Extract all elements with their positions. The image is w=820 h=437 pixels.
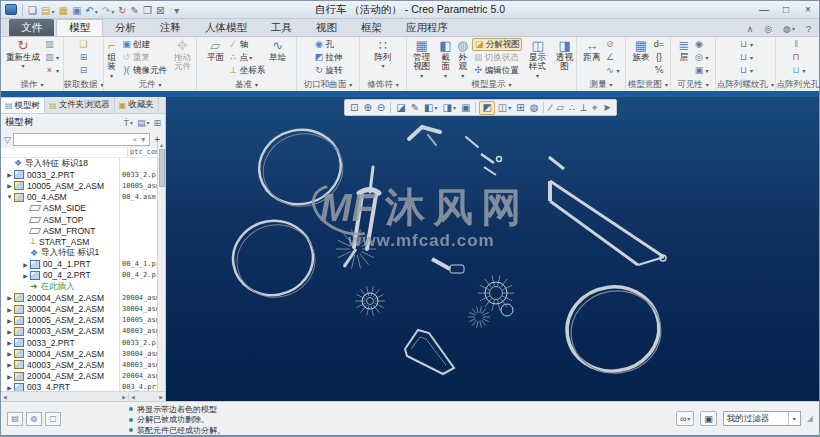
measure-angle-button[interactable]: ∠ — [603, 51, 620, 64]
repaint-button[interactable]: ✎ — [129, 4, 141, 19]
distance-button[interactable]: ↔距离 — [581, 38, 602, 63]
thread-hole-3-button[interactable]: ⊔▾ — [737, 64, 754, 77]
expander-icon[interactable]: ▶ — [5, 306, 14, 313]
group-label-datum[interactable]: 基准▾ — [197, 78, 296, 91]
get-data-2-button[interactable]: ⊞ — [77, 51, 90, 64]
tree-row[interactable]: ▼00_4.ASM00_4.asm — [1, 192, 157, 203]
minimize-button[interactable]: — — [757, 4, 771, 15]
paste-button[interactable]: ▥▾ — [43, 51, 60, 64]
zoom-fit-button[interactable]: ⊡ — [348, 101, 360, 115]
exploded-view-button[interactable]: ◪分解视图 — [472, 38, 522, 51]
tab-annotate[interactable]: 注释 — [148, 19, 193, 36]
navigator-tab-favorites[interactable]: ▣收藏夹 — [115, 97, 159, 113]
tab-manikin[interactable]: 人体模型 — [193, 19, 259, 36]
tree-row[interactable]: ➜在此插入 — [1, 281, 157, 292]
scroll-up-icon[interactable]: ▲ — [159, 142, 164, 148]
expander-icon[interactable]: ▼ — [5, 194, 14, 200]
group-label-modifiers[interactable]: 修饰符▾ — [360, 78, 406, 91]
tree-row[interactable]: ⟂START_ASM — [1, 236, 157, 247]
section-button[interactable]: ◧截面▾ — [437, 38, 453, 78]
tree-row[interactable]: ▶30004_ASM_2.ASM30004_asm — [1, 303, 157, 314]
expander-icon[interactable]: ▶ — [5, 350, 14, 357]
tree-filters-button[interactable]: Ṫ▾ — [123, 118, 133, 128]
tree-horizontal-scrollbar[interactable]: ◀▶ ◀▶ — [1, 391, 165, 401]
appearances-button[interactable]: ◍ — [528, 101, 541, 115]
navigator-tab-model-tree[interactable]: ▤模型树 — [1, 97, 45, 113]
tree-row[interactable]: ▶20004_ASM_2.ASM20004_asm — [1, 371, 157, 382]
assemble-button[interactable]: ⌐组装▾ — [104, 38, 119, 78]
tab-model[interactable]: 模型 — [56, 19, 103, 36]
tree-row[interactable]: ASM_SIDE — [1, 203, 157, 214]
tree-row[interactable]: ▶00_4_2.PRT00_4_2.pr — [1, 270, 157, 281]
create-button[interactable]: ▣创建 — [120, 38, 168, 51]
zoom-out-button[interactable]: ⊖ — [375, 101, 387, 115]
group-label-pattern-thread-holes[interactable]: 点阵列螺纹孔▾ — [716, 78, 775, 91]
thread-hole-1-button[interactable]: ⊔▾ — [737, 38, 754, 51]
tree-row[interactable]: ▶20004_ASM_2.ASM20004_asm — [1, 292, 157, 303]
tree-row[interactable]: ▶0033_2.PRT0033_2.pr — [1, 337, 157, 348]
save-button[interactable]: ▣ — [70, 4, 83, 19]
help-button[interactable]: ? — [804, 21, 813, 36]
sketch-button[interactable]: ∿草绘 — [267, 38, 288, 63]
family-table-button[interactable]: ▦族表 — [631, 38, 652, 63]
search-button[interactable]: ◎ — [762, 21, 774, 36]
appearance-button[interactable]: ◍外观▾ — [455, 38, 471, 78]
tree-row[interactable]: ▶30004_ASM_2.ASM30004_asm — [1, 348, 157, 359]
perspective-button[interactable]: ◨透视图 — [553, 38, 576, 73]
regenerate-quick-button[interactable]: ↻ — [116, 4, 128, 19]
navigator-tab-folder-browser[interactable]: ▤文件夹浏览器 — [45, 97, 115, 113]
select-box-button[interactable]: ▣ — [700, 411, 717, 426]
tree-columns-button[interactable]: ▤▾ — [137, 118, 150, 128]
group-label-pattern-light-holes[interactable]: 点阵列光孔 — [776, 78, 819, 91]
redo-button[interactable]: ↷▾ — [100, 4, 116, 19]
group-label-cut-surface[interactable]: 切口和曲面▾ — [297, 78, 359, 91]
tree-row[interactable]: ▶00_4_1.PRT00_4_1.pr — [1, 259, 157, 270]
customize-quick-access-button[interactable]: ▾ — [172, 4, 181, 19]
expander-icon[interactable]: ▶ — [5, 361, 14, 368]
extrude-button[interactable]: ◩拉伸 — [313, 51, 344, 64]
group-label-operations[interactable]: 操作▾ — [1, 78, 63, 91]
group-label-model-display[interactable]: 模型显示▾ — [407, 78, 576, 91]
annotations-toggle[interactable]: ⌖ — [590, 101, 600, 115]
parameters-button[interactable]: d= — [653, 38, 666, 51]
expander-icon[interactable]: ▶ — [5, 294, 14, 301]
group-label-model-intent[interactable]: 模型意图▾ — [626, 78, 670, 91]
datum-axes-toggle[interactable]: ∕ — [547, 101, 553, 115]
exploded-view-toggle[interactable]: ◩ — [479, 101, 494, 115]
mirror-component-button[interactable]: )(镜像元件 — [120, 64, 168, 77]
tab-file[interactable]: 文件 — [9, 19, 54, 36]
copy-button[interactable]: ▥ — [43, 38, 60, 51]
tab-tools[interactable]: 工具 — [259, 19, 304, 36]
pattern-button[interactable]: ∷阵列▾ — [373, 38, 394, 70]
blank-pane-toggle[interactable]: ▢ — [45, 412, 61, 426]
tree-row[interactable]: ASM_FRONT — [1, 225, 157, 236]
tree-row[interactable]: ▶40003_ASM_2.ASM40003_asm — [1, 359, 157, 370]
show-button[interactable]: ◎▾ — [692, 51, 709, 64]
close-window-button[interactable]: ⊠ — [154, 4, 166, 19]
minimize-ribbon-button[interactable]: ∧ — [745, 21, 756, 36]
point-button[interactable]: ∴点▾ — [227, 51, 267, 64]
open-recent-button[interactable]: ▤▾ — [39, 4, 56, 19]
repaint-view-button[interactable]: ◪ — [394, 101, 407, 115]
expander-icon[interactable]: ▶ — [21, 261, 30, 268]
plane-button[interactable]: ▱平面 — [205, 38, 226, 63]
tree-vertical-scrollbar[interactable]: ▲ — [157, 142, 165, 391]
tree-search-input[interactable] — [16, 135, 131, 144]
tree-row[interactable]: ▶003_4.PRT003_4.prt — [1, 382, 157, 391]
dragger-display-button[interactable]: ⊞ — [514, 101, 526, 115]
light-hole-1-button[interactable]: ‖ — [789, 38, 806, 51]
render-style-button[interactable]: ✎ — [409, 101, 421, 115]
layers-button[interactable]: ≣层 — [677, 38, 692, 63]
tree-settings-button[interactable]: ⊞ — [153, 118, 161, 128]
expander-icon[interactable]: ▶ — [5, 171, 14, 178]
expander-icon[interactable]: ▶ — [21, 272, 30, 279]
csys-button[interactable]: ⟂坐标系 — [227, 64, 267, 77]
tree-row[interactable]: ▶0033_2.PRT0033_2.pr — [1, 169, 157, 180]
expander-icon[interactable]: ▶ — [5, 384, 14, 391]
community-button[interactable]: ◍▾ — [781, 21, 797, 36]
datum-planes-toggle[interactable]: ▱ — [554, 101, 566, 115]
maximize-button[interactable]: □ — [779, 4, 793, 15]
manage-views-button[interactable]: ▦管理视图▾ — [407, 38, 436, 78]
measure-curve-button[interactable]: ∿▾ — [603, 64, 620, 77]
model-tree-toggle[interactable]: ▤ — [7, 412, 23, 426]
